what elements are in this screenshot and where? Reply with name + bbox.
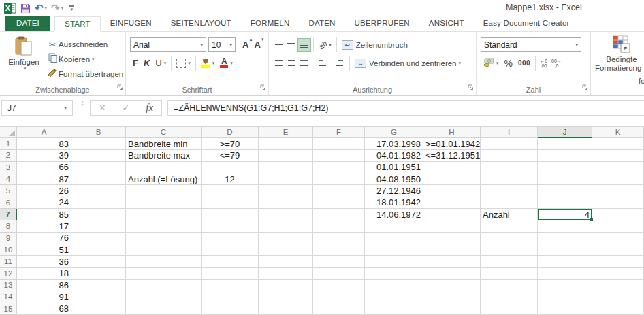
cell-I12[interactable]	[481, 268, 538, 280]
cell-C6[interactable]	[126, 197, 202, 209]
cell-F13[interactable]	[313, 280, 365, 291]
cell-A7[interactable]: 85	[17, 209, 71, 220]
cell-I14[interactable]	[481, 291, 538, 303]
align-right-button[interactable]	[297, 57, 310, 69]
cell-J8[interactable]	[538, 220, 592, 232]
cell-G14[interactable]	[365, 291, 423, 303]
column-header-I[interactable]: I	[481, 126, 538, 138]
column-header-J[interactable]: J	[538, 126, 592, 138]
cell-B15[interactable]	[71, 303, 126, 315]
column-header-C[interactable]: C	[126, 126, 202, 138]
cell-A11[interactable]: 36	[17, 256, 71, 267]
orientation-button[interactable]: ab ▾	[316, 39, 334, 50]
column-header-D[interactable]: D	[202, 126, 259, 138]
cell-F8[interactable]	[313, 220, 365, 232]
cell-B14[interactable]	[71, 291, 126, 303]
cell-A13[interactable]: 86	[17, 280, 71, 291]
row-header-8[interactable]: 8	[0, 220, 17, 232]
cell-K6[interactable]	[592, 197, 644, 209]
cell-I10[interactable]	[481, 244, 538, 256]
cell-K15[interactable]	[592, 303, 644, 315]
cell-H14[interactable]	[423, 291, 481, 303]
cell-J2[interactable]	[538, 150, 592, 161]
cell-D11[interactable]	[202, 256, 259, 267]
cell-F11[interactable]	[313, 256, 365, 267]
cell-K9[interactable]	[592, 233, 644, 244]
undo-button[interactable]: ↶ ▾	[35, 2, 47, 14]
cell-C9[interactable]	[126, 233, 202, 244]
cell-C2[interactable]: Bandbreite max	[126, 150, 202, 161]
cell-K2[interactable]	[592, 150, 644, 161]
cell-A14[interactable]: 91	[17, 291, 71, 303]
format-painter-button[interactable]: Format übertragen	[45, 67, 125, 82]
tab-formeln[interactable]: FORMELN	[241, 16, 300, 31]
cell-A6[interactable]: 24	[17, 197, 71, 209]
cell-G4[interactable]: 04.08.1950	[365, 173, 423, 185]
font-color-button[interactable]: A ▾	[217, 56, 236, 69]
cell-A4[interactable]: 87	[17, 173, 71, 185]
tab-daten[interactable]: DATEN	[299, 16, 344, 31]
cell-D8[interactable]	[202, 220, 259, 232]
cell-G13[interactable]	[365, 280, 423, 291]
cell-H3[interactable]	[423, 162, 481, 173]
bold-button[interactable]: F	[130, 56, 141, 69]
cell-J9[interactable]	[538, 233, 592, 244]
cell-G11[interactable]	[365, 256, 423, 267]
cell-G1[interactable]: 17.03.1998	[365, 138, 423, 150]
qat-customize-button[interactable]: ▾	[69, 5, 74, 11]
cell-D4[interactable]: 12	[202, 173, 259, 185]
copy-button[interactable]: Kopieren ▾	[45, 52, 125, 67]
column-header-K[interactable]: K	[592, 126, 644, 138]
cell-H7[interactable]	[423, 209, 481, 220]
cell-B8[interactable]	[71, 220, 126, 232]
align-middle-button[interactable]	[285, 39, 297, 51]
cell-H13[interactable]	[423, 280, 481, 291]
undo-dropdown-caret[interactable]: ▾	[45, 5, 48, 11]
row-header-3[interactable]: 3	[0, 162, 17, 173]
cell-E13[interactable]	[259, 280, 313, 291]
cell-A3[interactable]: 66	[17, 162, 71, 173]
cell-B1[interactable]	[71, 138, 126, 150]
cell-I6[interactable]	[481, 197, 538, 209]
decrease-decimal-button[interactable]: 00→ ,0	[549, 59, 564, 68]
cell-H9[interactable]	[423, 233, 481, 244]
cell-C10[interactable]	[126, 244, 202, 256]
cell-D5[interactable]	[202, 185, 259, 197]
cell-J5[interactable]	[538, 185, 592, 197]
cell-D1[interactable]: >=70	[202, 138, 259, 150]
cell-F2[interactable]	[313, 150, 365, 161]
cell-E15[interactable]	[259, 303, 313, 315]
tab-datei[interactable]: DATEI	[5, 16, 50, 31]
cell-K14[interactable]	[592, 291, 644, 303]
cell-K1[interactable]	[592, 138, 644, 150]
row-header-9[interactable]: 9	[0, 233, 17, 244]
cell-F7[interactable]	[313, 209, 365, 220]
cell-E3[interactable]	[259, 162, 313, 173]
cell-J13[interactable]	[538, 280, 592, 291]
cell-D14[interactable]	[202, 291, 259, 303]
cell-A8[interactable]: 17	[17, 220, 71, 232]
column-header-G[interactable]: G	[365, 126, 423, 138]
cell-J12[interactable]	[538, 268, 592, 280]
number-format-combo[interactable]: Standard ▾	[481, 37, 581, 52]
cell-K8[interactable]	[592, 220, 644, 232]
cell-I1[interactable]	[481, 138, 538, 150]
insert-function-button[interactable]: fx	[146, 102, 153, 114]
cell-C7[interactable]	[126, 209, 202, 220]
cell-K7[interactable]	[592, 209, 644, 220]
cell-F15[interactable]	[313, 303, 365, 315]
tab-easy-document-creator[interactable]: Easy Document Creator	[474, 16, 579, 31]
borders-button[interactable]: ▾	[174, 57, 193, 69]
cell-C8[interactable]	[126, 220, 202, 232]
cell-C12[interactable]	[126, 268, 202, 280]
row-header-10[interactable]: 10	[0, 244, 17, 256]
cell-H10[interactable]	[423, 244, 481, 256]
cell-K4[interactable]	[592, 173, 644, 185]
cell-C4[interactable]: Anzahl (=Lösung):	[126, 173, 202, 185]
cell-C14[interactable]	[126, 291, 202, 303]
cell-D7[interactable]	[202, 209, 259, 220]
cell-E10[interactable]	[259, 244, 313, 256]
cell-F9[interactable]	[313, 233, 365, 244]
shrink-font-button[interactable]: A▼	[251, 39, 263, 50]
cell-F5[interactable]	[313, 185, 365, 197]
